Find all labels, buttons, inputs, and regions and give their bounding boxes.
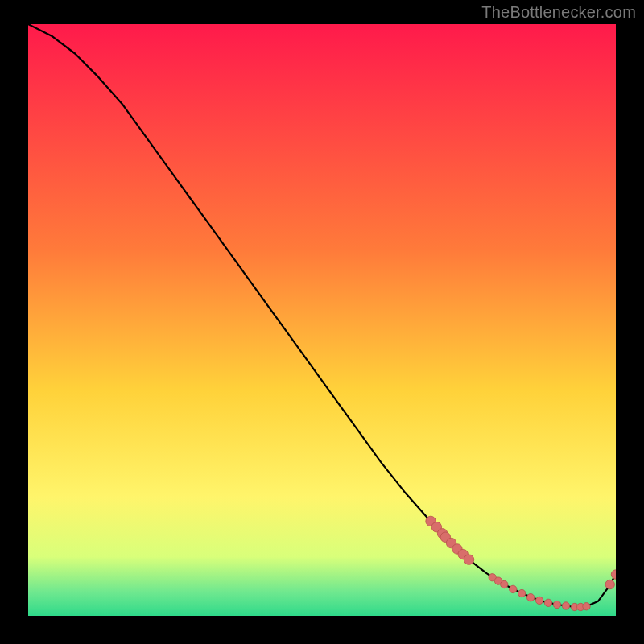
data-marker [501,580,508,588]
gradient-background [28,24,616,616]
data-marker [583,603,590,610]
data-marker [605,580,614,588]
bottleneck-chart [28,24,616,616]
data-marker [526,594,534,601]
data-marker [562,602,569,609]
data-marker [553,601,560,608]
plot-area [28,24,616,616]
attribution-text: TheBottlenecker.com [481,3,636,22]
data-marker [535,597,543,604]
data-marker [464,555,473,564]
data-marker [544,599,551,606]
data-marker [518,589,526,597]
chart-stage: TheBottlenecker.com [0,0,644,644]
data-marker [510,585,517,592]
